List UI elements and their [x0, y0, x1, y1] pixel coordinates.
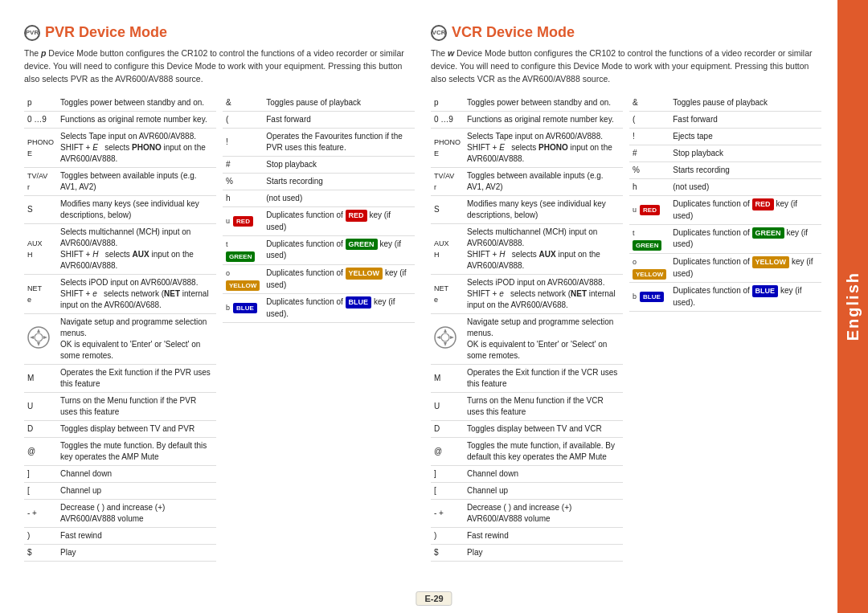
svg-marker-5	[43, 336, 47, 339]
key-cell: ]	[24, 466, 57, 483]
desc-cell: Modifies many keys (see individual key d…	[464, 196, 623, 224]
pvr-right-table: & Toggles pause of playback ( Fast forwa…	[223, 95, 415, 562]
table-row: @ Toggles the mute function. By default …	[24, 438, 216, 466]
table-row: h (not used)	[629, 179, 821, 196]
table-row: AUXH Selects multichannel (MCH) input on…	[431, 224, 623, 275]
key-cell: S	[431, 196, 464, 224]
table-row: t GREEN Duplicates function of GREEN key…	[629, 224, 821, 253]
desc-cell: Channel down	[464, 466, 623, 483]
svg-marker-8	[444, 329, 447, 333]
desc-cell: Operates the Exit function if the VCR us…	[464, 365, 623, 393]
vcr-title: VCR Device Mode	[452, 24, 575, 41]
key-cell: @	[431, 438, 464, 466]
table-row: S Modifies many keys (see individual key…	[431, 196, 623, 224]
table-row: % Starts recording	[223, 174, 415, 190]
desc-cell: Toggles between available inputs (e.g. A…	[464, 168, 623, 196]
table-row: M Operates the Exit function if the VCR …	[431, 365, 623, 393]
table-row: o YELLOW Duplicates function of YELLOW k…	[223, 265, 415, 294]
key-cell: b BLUE	[629, 283, 669, 312]
key-cell: D	[431, 421, 464, 438]
table-row: ] Channel down	[24, 466, 216, 483]
desc-cell: Duplicates function of BLUE key (if used…	[669, 283, 821, 312]
desc-cell: Duplicates function of GREEN key (if use…	[263, 235, 415, 264]
two-columns: PVR PVR Device Mode The p Device Mode bu…	[24, 24, 821, 581]
table-row: @ Toggles the mute function, if availabl…	[431, 438, 623, 466]
key-cell: h	[629, 179, 669, 196]
table-row: b BLUE Duplicates function of BLUE key (…	[629, 283, 821, 312]
desc-cell: Selects iPOD input on AVR600/AV888.SHIFT…	[57, 275, 216, 314]
table-row: # Stop playback	[629, 145, 821, 162]
desc-cell: Duplicates function of YELLOW key (if us…	[263, 265, 415, 294]
svg-marker-2	[37, 329, 40, 333]
table-row: PHONOE Selects Tape input on AVR600/AV88…	[431, 129, 623, 168]
desc-cell: Toggles between available inputs (e.g. A…	[57, 168, 216, 196]
key-cell	[431, 314, 464, 365]
key-cell: U	[431, 393, 464, 421]
desc-cell: Duplicates function of RED key (if used)	[669, 196, 821, 225]
vcr-intro: The w Device Mode button configures the …	[431, 47, 821, 85]
table-row: t GREEN Duplicates function of GREEN key…	[223, 235, 415, 264]
table-row: $ Play	[431, 545, 623, 562]
desc-cell: Toggles the mute function, if available.…	[464, 438, 623, 466]
table-row: AUXH Selects multichannel (MCH) input on…	[24, 224, 216, 275]
desc-cell: Operates the Exit function if the PVR us…	[57, 365, 216, 393]
desc-cell: Turns on the Menu function if the PVR us…	[57, 393, 216, 421]
key-cell: u RED	[629, 196, 669, 225]
desc-cell: Starts recording	[263, 174, 415, 190]
desc-cell: Duplicates function of BLUE key (if used…	[263, 294, 415, 323]
table-row: $ Play	[24, 545, 216, 562]
svg-marker-3	[37, 342, 40, 346]
desc-cell: Duplicates function of GREEN key (if use…	[669, 224, 821, 253]
table-row: 0 …9 Functions as original remote number…	[431, 112, 623, 129]
desc-cell: Navigate setup and programme selection m…	[464, 314, 623, 365]
key-cell: p	[24, 95, 57, 112]
vcr-icon: VCR	[431, 25, 447, 41]
key-cell: AUXH	[24, 224, 57, 275]
desc-cell: Channel up	[57, 483, 216, 500]
table-row: ) Fast rewind	[24, 528, 216, 545]
table-row: ( Fast forward	[223, 112, 415, 129]
page-number: E-29	[416, 591, 452, 606]
table-row: & Toggles pause of playback	[223, 95, 415, 112]
key-cell: [	[24, 483, 57, 500]
desc-cell: (not used)	[669, 179, 821, 196]
key-cell: !	[223, 129, 263, 157]
key-cell: [	[431, 483, 464, 500]
table-row: # Stop playback	[223, 157, 415, 174]
side-tab: English	[837, 0, 868, 613]
key-cell: 0 …9	[431, 112, 464, 129]
svg-marker-11	[450, 336, 454, 339]
key-cell	[24, 314, 57, 365]
desc-cell: (not used)	[263, 190, 415, 207]
table-row: % Starts recording	[629, 162, 821, 179]
svg-marker-10	[436, 336, 440, 339]
pvr-title: PVR Device Mode	[45, 24, 167, 41]
table-row: b BLUE Duplicates function of BLUE key (…	[223, 294, 415, 323]
table-row: [ Channel up	[24, 483, 216, 500]
key-cell: AUXH	[431, 224, 464, 275]
nav-icon	[434, 326, 457, 349]
page: PVR PVR Device Mode The p Device Mode bu…	[0, 0, 868, 613]
table-row: M Operates the Exit function if the PVR …	[24, 365, 216, 393]
table-row: [ Channel up	[431, 483, 623, 500]
key-cell: NETe	[431, 275, 464, 314]
key-cell: #	[629, 145, 669, 162]
desc-cell: Selects multichannel (MCH) input on AVR6…	[57, 224, 216, 275]
pvr-intro: The p Device Mode button configures the …	[24, 47, 415, 85]
table-row: NETe Selects iPOD input on AVR600/AV888.…	[431, 275, 623, 314]
table-row: & Toggles pause of playback	[629, 95, 821, 112]
table-row: p Toggles power between standby and on.	[24, 95, 216, 112]
pvr-icon: PVR	[24, 25, 40, 41]
key-cell: #	[223, 157, 263, 174]
table-row: - + Decrease ( ) and increase (+) AVR600…	[431, 500, 623, 528]
svg-marker-9	[444, 342, 447, 346]
key-cell: u RED	[223, 207, 263, 236]
key-cell: $	[431, 545, 464, 562]
table-row: D Toggles display between TV and VCR	[431, 421, 623, 438]
desc-cell: Channel up	[464, 483, 623, 500]
table-row: 0 …9 Functions as original remote number…	[24, 112, 216, 129]
desc-cell: Duplicates function of YELLOW key (if us…	[669, 254, 821, 283]
table-row: S Modifies many keys (see individual key…	[24, 196, 216, 224]
key-cell: t GREEN	[629, 224, 669, 253]
table-row: ! Operates the Favourites function if th…	[223, 129, 415, 157]
